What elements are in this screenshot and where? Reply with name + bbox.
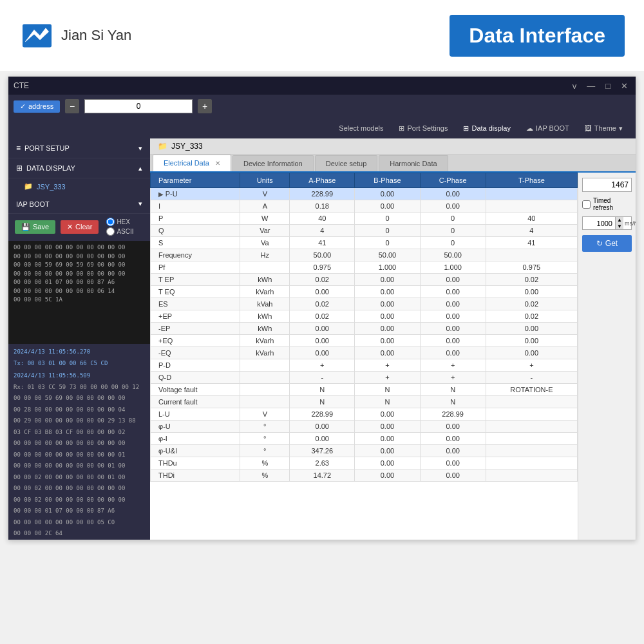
address-button[interactable]: ✓ address xyxy=(14,100,60,113)
table-row[interactable]: Pf 0.975 1.000 1.000 0.975 xyxy=(151,261,578,274)
table-row[interactable]: φ-I ° 0.00 0.00 0.00 xyxy=(151,433,578,445)
sidebar-item-iap-boot[interactable]: IAP BOOT ▾ xyxy=(8,194,150,214)
c-phase-cell: 228.99 xyxy=(420,408,486,421)
tab-select-models[interactable]: Select models xyxy=(332,122,390,135)
tab-electrical-data[interactable]: Electrical Data ✕ xyxy=(153,155,231,171)
a-phase-cell: 0.00 xyxy=(290,433,355,445)
table-row[interactable]: φ-U ° 0.00 0.00 0.00 xyxy=(151,421,578,433)
header-parameter: Parameter xyxy=(151,173,240,188)
save-button[interactable]: 💾 Save xyxy=(15,220,55,234)
decrement-button[interactable]: − xyxy=(65,99,79,113)
device-setup-label: Device setup xyxy=(326,160,367,167)
tab-theme[interactable]: 🖼 Theme ▾ xyxy=(578,122,629,135)
table-row[interactable]: P-D + + + + xyxy=(151,359,578,372)
units-cell: kWh xyxy=(240,323,290,335)
increment-button[interactable]: + xyxy=(198,99,212,113)
ms-increment-btn[interactable]: ▲ xyxy=(616,217,623,223)
t-phase-cell: 40 xyxy=(486,213,577,225)
param-cell: +EQ xyxy=(151,335,240,347)
table-row[interactable]: THDu % 2.63 0.00 0.00 xyxy=(151,457,578,469)
port-setup-chevron: ▾ xyxy=(138,144,142,153)
t-phase-cell: - xyxy=(486,372,577,384)
units-cell: % xyxy=(240,457,290,469)
ms-decrement-btn[interactable]: ▼ xyxy=(616,223,623,230)
table-row[interactable]: Voltage fault N N N ROTATION-E xyxy=(151,384,578,396)
data-display-chevron: ▴ xyxy=(138,164,142,173)
table-row[interactable]: ▶ P-U V 228.99 0.00 0.00 xyxy=(151,188,578,200)
header-t-phase: T-Phase xyxy=(486,173,577,188)
table-row[interactable]: ES kVah 0.02 0.00 0.00 0.02 xyxy=(151,298,578,310)
clear-button[interactable]: ✕ Clear xyxy=(61,220,99,234)
a-phase-cell: N xyxy=(290,384,355,396)
table-row[interactable]: +EQ kVarh 0.00 0.00 0.00 0.00 xyxy=(151,335,578,347)
ms-value-input[interactable] xyxy=(583,218,615,229)
minimize-btn[interactable]: v xyxy=(570,81,580,91)
table-row[interactable]: T EP kWh 0.02 0.00 0.00 0.02 xyxy=(151,274,578,286)
table-row[interactable]: φ-U&I ° 347.26 0.00 0.00 xyxy=(151,445,578,457)
units-cell: kVarh xyxy=(240,335,290,347)
tab-harmonic-data[interactable]: Harmonic Data xyxy=(379,155,448,171)
tab-port-settings[interactable]: ⊞ Port Settings xyxy=(392,122,454,135)
b-phase-cell: 0 xyxy=(355,237,420,249)
restore-btn[interactable]: — xyxy=(584,81,598,91)
timed-refresh-checkbox[interactable] xyxy=(582,200,591,209)
address-value-input[interactable] xyxy=(84,99,193,113)
b-phase-cell: 0.00 xyxy=(355,310,420,323)
maximize-btn[interactable]: □ xyxy=(603,81,613,91)
table-row[interactable]: -EP kWh 0.00 0.00 0.00 0.00 xyxy=(151,323,578,335)
sidebar-item-jsy333[interactable]: 📁 JSY_333 xyxy=(8,178,150,194)
c-phase-cell: 0.00 xyxy=(420,421,486,433)
param-cell: P xyxy=(151,213,240,225)
b-phase-cell: 0.00 xyxy=(355,323,420,335)
t-phase-cell: 0.00 xyxy=(486,347,577,359)
table-row[interactable]: Q Var 4 0 0 4 xyxy=(151,225,578,237)
units-cell: Var xyxy=(240,225,290,237)
sidebar-item-port-setup[interactable]: ≡ PORT SETUP ▾ xyxy=(8,138,150,158)
hex-radio[interactable]: HEX xyxy=(106,218,133,226)
data-display-sidebar-icon: ⊞ xyxy=(16,164,23,173)
table-row[interactable]: S Va 41 0 0 41 xyxy=(151,237,578,249)
c-phase-cell: + xyxy=(420,359,486,372)
table-row[interactable]: Current fault N N N xyxy=(151,396,578,408)
toolbar: ✓ address − + xyxy=(8,95,636,118)
c-phase-cell: 0 xyxy=(420,213,486,225)
table-row[interactable]: +EP kWh 0.02 0.00 0.00 0.02 xyxy=(151,310,578,323)
timed-refresh-label[interactable]: Timed refresh xyxy=(582,197,632,211)
table-row[interactable]: I A 0.18 0.00 0.00 xyxy=(151,200,578,213)
table-row[interactable]: THDi % 14.72 0.00 0.00 xyxy=(151,469,578,482)
units-cell: V xyxy=(240,408,290,421)
content-area: 📁 JSY_333 Electrical Data ✕ Device Infor… xyxy=(150,138,636,540)
units-cell xyxy=(240,372,290,384)
b-phase-cell: 0.00 xyxy=(355,433,420,445)
tab-device-info[interactable]: Device Information xyxy=(232,155,314,171)
header-units: Units xyxy=(240,173,290,188)
table-row[interactable]: Q-D - + + - xyxy=(151,372,578,384)
table-row[interactable]: -EQ kVarh 0.00 0.00 0.00 0.00 xyxy=(151,347,578,359)
param-cell: Pf xyxy=(151,261,240,274)
table-row[interactable]: T EQ kVarh 0.00 0.00 0.00 0.00 xyxy=(151,286,578,298)
sidebar-item-data-display[interactable]: ⊞ DATA DISPLAY ▴ xyxy=(8,158,150,178)
param-cell: S xyxy=(151,237,240,249)
tab-device-setup[interactable]: Device setup xyxy=(315,155,378,171)
brand-name: Jian Si Yan xyxy=(61,27,131,44)
tab-iap-boot[interactable]: ☁ IAP BOOT xyxy=(520,122,576,135)
value-input[interactable] xyxy=(582,178,632,192)
b-phase-cell: 0.00 xyxy=(355,445,420,457)
t-phase-cell xyxy=(486,457,577,469)
table-row[interactable]: P W 40 0 0 40 xyxy=(151,213,578,225)
table-row[interactable]: L-U V 228.99 0.00 228.99 xyxy=(151,408,578,421)
b-phase-cell: 0.00 xyxy=(355,457,420,469)
ascii-radio[interactable]: ASCII xyxy=(106,227,133,236)
table-row[interactable]: Frequency Hz 50.00 50.00 50.00 xyxy=(151,249,578,261)
save-icon: 💾 xyxy=(21,223,30,231)
tab-data-display[interactable]: ⊞ Data display xyxy=(457,122,517,135)
c-phase-cell: 0.00 xyxy=(420,200,486,213)
close-electrical-tab[interactable]: ✕ xyxy=(215,160,220,167)
get-button[interactable]: ↻ Get xyxy=(582,235,632,252)
a-phase-cell: 0.00 xyxy=(290,335,355,347)
t-phase-cell: 0.02 xyxy=(486,298,577,310)
get-label: Get xyxy=(605,239,618,248)
close-btn[interactable]: ✕ xyxy=(618,81,630,91)
t-phase-cell xyxy=(486,445,577,457)
header-c-phase: C-Phase xyxy=(420,173,486,188)
